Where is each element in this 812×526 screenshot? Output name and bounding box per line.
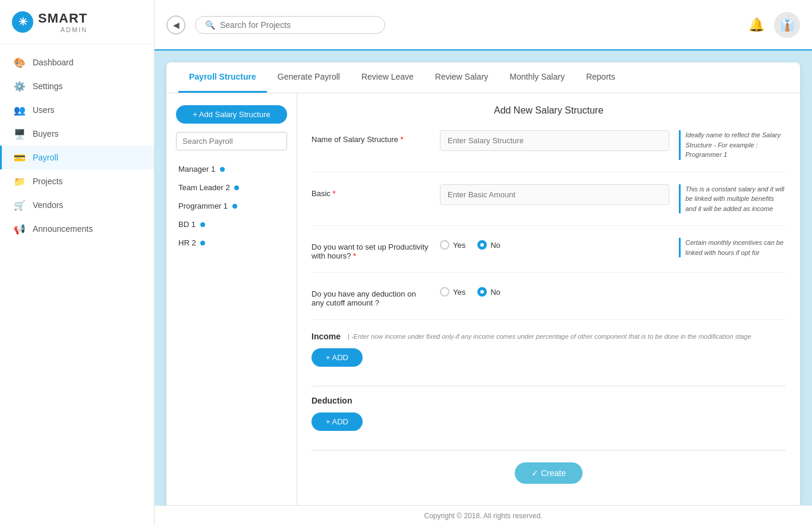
inner-layout: + Add Salary Structure Manager 1 Team Le…	[166, 93, 800, 505]
tabs-bar: Payroll Structure Generate Payroll Revie…	[166, 62, 800, 93]
field-input-productivity: Yes No	[440, 238, 669, 250]
hint-productivity: Certain monthly incentives can be linked…	[679, 238, 786, 257]
role-badge-bd1	[200, 222, 205, 227]
avatar[interactable]: 👔	[774, 12, 800, 38]
back-icon: ◀	[173, 20, 180, 30]
form-row-basic: Basic * This is a constant salary and it…	[311, 184, 786, 226]
income-note: | -Enter now income under fixed only-if …	[348, 333, 751, 340]
payroll-icon: 💳	[14, 152, 26, 163]
users-icon: 👥	[14, 104, 26, 116]
back-button[interactable]: ◀	[166, 15, 185, 34]
deduction-no-radio[interactable]	[477, 287, 487, 297]
sidebar-item-dashboard[interactable]: 🎨 Dashboard	[0, 51, 154, 74]
field-input-deduction-q: Yes No	[440, 285, 669, 297]
sidebar-item-vendors[interactable]: 🛒 Vendors	[0, 193, 154, 217]
sidebar-label-vendors: Vendors	[33, 200, 63, 210]
settings-icon: ⚙️	[14, 80, 26, 92]
role-item-teamleader2[interactable]: Team Leader 2	[176, 178, 287, 197]
main-card: Payroll Structure Generate Payroll Revie…	[166, 62, 800, 505]
role-badge-programmer1	[232, 204, 237, 209]
sidebar-item-payroll[interactable]: 💳 Payroll	[0, 146, 154, 169]
sidebar-label-users: Users	[33, 105, 55, 115]
sidebar-label-buyers: Buyers	[33, 129, 59, 138]
sidebar-logo: ✳ SMART ADMIN	[0, 0, 154, 45]
role-item-hr2[interactable]: HR 2	[176, 234, 287, 252]
sidebar-item-buyers[interactable]: 🖥️ Buyers	[0, 122, 154, 146]
footer-text: Copyright © 2018. All rights reserved.	[424, 512, 543, 520]
deduction-section-label: Deduction	[311, 396, 352, 405]
productivity-no-label: No	[490, 241, 501, 250]
left-panel: + Add Salary Structure Manager 1 Team Le…	[166, 93, 297, 505]
hint-basic: This is a constant salary and it will be…	[679, 184, 786, 214]
field-label-deduction-q: Do you have any deduction on any cutoff …	[311, 285, 430, 307]
vendors-icon: 🛒	[14, 199, 26, 211]
search-payroll-input[interactable]	[176, 132, 287, 150]
field-label-basic: Basic *	[311, 184, 430, 198]
sidebar: ✳ SMART ADMIN 🎨 Dashboard ⚙️ Settings 👥 …	[0, 0, 155, 526]
deduction-radio-group: Yes No	[440, 285, 669, 297]
tab-review-leave[interactable]: Review Leave	[351, 62, 424, 93]
announcements-icon: 📢	[14, 223, 26, 235]
form-title: Add New Salary Structure	[311, 105, 786, 116]
logo-admin: ADMIN	[38, 26, 87, 33]
deduction-add-button[interactable]: + ADD	[311, 412, 363, 431]
productivity-radio-group: Yes No	[440, 238, 669, 250]
income-section-header: Income | -Enter now income under fixed o…	[311, 332, 786, 341]
create-button[interactable]: ✓ Create	[515, 462, 583, 484]
role-item-bd1[interactable]: BD 1	[176, 215, 287, 234]
dashboard-icon: 🎨	[14, 56, 26, 68]
sidebar-item-settings[interactable]: ⚙️ Settings	[0, 74, 154, 98]
deduction-section-header: Deduction	[311, 396, 786, 405]
field-input-basic	[440, 184, 669, 205]
income-label: Income	[311, 332, 341, 341]
sidebar-item-projects[interactable]: 📁 Projects	[0, 169, 154, 193]
role-badge-teamleader2	[234, 185, 239, 190]
sidebar-item-announcements[interactable]: 📢 Announcements	[0, 217, 154, 241]
tab-generate-payroll[interactable]: Generate Payroll	[267, 62, 351, 93]
content-area: Payroll Structure Generate Payroll Revie…	[155, 51, 812, 505]
role-item-programmer1[interactable]: Programmer 1	[176, 197, 287, 215]
required-indicator-basic: *	[332, 189, 335, 198]
income-add-button[interactable]: + ADD	[311, 348, 363, 367]
search-icon: 🔍	[205, 20, 215, 30]
productivity-yes-option[interactable]: Yes	[440, 240, 465, 250]
form-row-name: Name of Salary Structure * Ideally name …	[311, 130, 786, 172]
field-label-productivity: Do you want to set up Productivity with …	[311, 238, 430, 260]
deduction-divider	[311, 450, 786, 451]
role-badge-manager1	[220, 167, 225, 172]
productivity-no-option[interactable]: No	[477, 240, 501, 250]
deduction-yes-label: Yes	[453, 288, 465, 297]
required-indicator-name: *	[401, 135, 404, 144]
topbar-right: 🔔 👔	[748, 12, 800, 38]
topbar: ◀ 🔍 🔔 👔	[155, 0, 812, 51]
sidebar-label-payroll: Payroll	[33, 153, 58, 162]
sidebar-label-announcements: Announcements	[33, 224, 93, 234]
field-input-name	[440, 130, 669, 151]
income-divider	[311, 386, 786, 386]
sidebar-item-users[interactable]: 👥 Users	[0, 98, 154, 122]
basic-amount-input[interactable]	[440, 184, 669, 205]
logo-smart: SMART	[38, 11, 87, 26]
search-input[interactable]	[220, 20, 375, 30]
deduction-yes-option[interactable]: Yes	[440, 287, 465, 297]
salary-structure-input[interactable]	[440, 130, 669, 151]
add-salary-structure-button[interactable]: + Add Salary Structure	[176, 105, 287, 124]
deduction-no-option[interactable]: No	[477, 287, 501, 297]
deduction-yes-radio[interactable]	[440, 287, 449, 297]
search-box: 🔍	[195, 16, 385, 34]
buyers-icon: 🖥️	[14, 128, 26, 140]
hint-name: Ideally name to reflect the Salary Struc…	[679, 130, 786, 160]
tab-reports[interactable]: Reports	[575, 62, 626, 93]
sidebar-label-settings: Settings	[33, 81, 63, 91]
productivity-yes-radio[interactable]	[440, 240, 449, 250]
role-badge-hr2	[200, 241, 205, 245]
role-item-manager1[interactable]: Manager 1	[176, 160, 287, 178]
footer: Copyright © 2018. All rights reserved.	[155, 505, 812, 526]
productivity-yes-label: Yes	[453, 241, 465, 250]
tab-monthly-salary[interactable]: Monthly Salary	[499, 62, 575, 93]
tab-review-salary[interactable]: Review Salary	[424, 62, 499, 93]
field-label-name: Name of Salary Structure *	[311, 130, 430, 144]
tab-payroll-structure[interactable]: Payroll Structure	[178, 62, 267, 93]
bell-icon[interactable]: 🔔	[748, 17, 764, 33]
productivity-no-radio[interactable]	[477, 240, 487, 250]
